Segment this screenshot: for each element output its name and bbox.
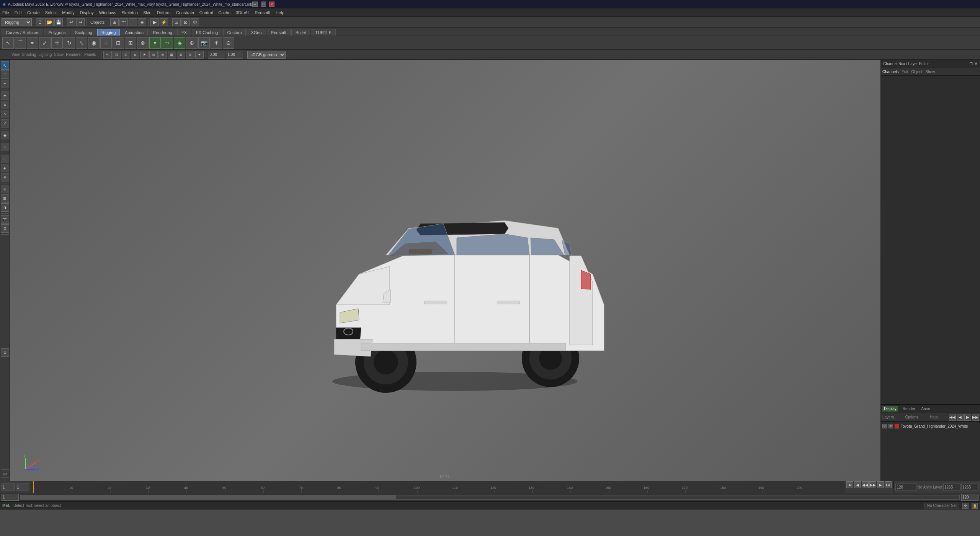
- shelf-icon-cluster[interactable]: ⊗: [137, 37, 149, 49]
- layer-tab-display[interactable]: Display: [882, 406, 898, 412]
- layer-subtab-layers[interactable]: Layers: [882, 415, 894, 419]
- ipr-button[interactable]: ⚡: [160, 18, 168, 26]
- mel-label[interactable]: MEL: [2, 503, 10, 508]
- snap-grid-button[interactable]: ⊞: [110, 18, 119, 26]
- layer-color-swatch[interactable]: [895, 424, 899, 428]
- channel-box-close-button[interactable]: ✕: [974, 61, 978, 66]
- move-tool-button[interactable]: ✛: [1, 92, 9, 100]
- show-manip-button[interactable]: ⊹: [1, 143, 9, 151]
- vp-btn-11[interactable]: ✦: [195, 51, 204, 59]
- vp-btn-10[interactable]: ⊕: [186, 51, 194, 59]
- shelf-icon-locator[interactable]: ⊖: [223, 37, 234, 49]
- shelf-icon-rotate[interactable]: ↻: [64, 37, 75, 49]
- rotate-tool-button[interactable]: ↻: [1, 101, 9, 109]
- vp-btn-9[interactable]: ⊠: [177, 51, 185, 59]
- range-slider[interactable]: [20, 495, 960, 500]
- menu-3dtoall[interactable]: 3DtoAll: [236, 10, 249, 15]
- menu-modify[interactable]: Modify: [62, 10, 74, 15]
- go-to-end-button[interactable]: ⏭: [885, 481, 892, 488]
- camera-near-input[interactable]: [208, 51, 225, 59]
- snap-curve-button[interactable]: 〜: [119, 18, 128, 26]
- render-button[interactable]: ▶: [150, 18, 159, 26]
- layer-playback-toggle[interactable]: P: [889, 424, 893, 428]
- tab-channels[interactable]: Channels: [882, 70, 898, 74]
- lasso-select-button[interactable]: ⌒: [1, 70, 9, 79]
- step-forward-button[interactable]: ▶: [877, 481, 884, 488]
- shelf-tab-animation[interactable]: Animation: [121, 29, 148, 36]
- lighting-menu[interactable]: Lighting: [38, 52, 52, 57]
- shelf-tab-rigging[interactable]: Rigging: [97, 29, 120, 36]
- menu-skin[interactable]: Skin: [143, 10, 151, 15]
- shelf-tab-turtle[interactable]: TURTLE: [311, 29, 336, 36]
- shelf-tab-polygons[interactable]: Polygons: [44, 29, 70, 36]
- menu-control[interactable]: Control: [199, 10, 213, 15]
- grid-btn[interactable]: ⊞: [1, 185, 9, 193]
- save-scene-button[interactable]: 💾: [54, 18, 63, 26]
- paint-select-button[interactable]: ✒: [1, 80, 9, 88]
- settings-button[interactable]: ⚙: [191, 18, 199, 26]
- shelf-icon-constraint[interactable]: ⊕: [186, 37, 198, 49]
- shelf-icon-deform[interactable]: ⊞: [125, 37, 136, 49]
- play-forward-button[interactable]: ▶▶: [869, 481, 876, 488]
- layer-btn-1[interactable]: ◀◀: [949, 414, 956, 421]
- panels-menu[interactable]: Panels: [84, 52, 96, 57]
- menu-cache[interactable]: Cache: [218, 10, 230, 15]
- shading-menu[interactable]: Shading: [22, 52, 36, 57]
- range-end-display-input-2[interactable]: [961, 484, 978, 490]
- menu-windows[interactable]: Windows: [99, 10, 116, 15]
- vp-btn-3[interactable]: ⊞: [122, 51, 130, 59]
- shelf-icon-select[interactable]: ↖: [2, 37, 14, 49]
- sculpt-button[interactable]: ⊡: [1, 155, 9, 163]
- snap-point-button[interactable]: ·: [129, 18, 137, 26]
- menu-edit[interactable]: Edit: [15, 10, 22, 15]
- shelf-icon-transform[interactable]: ⤢: [39, 37, 51, 49]
- channel-box-float-button[interactable]: ⊡: [969, 61, 973, 66]
- play-back-button[interactable]: ◀◀: [862, 481, 869, 488]
- vp-btn-2[interactable]: ⊡: [113, 51, 121, 59]
- shelf-icon-ik[interactable]: ⤳: [162, 37, 173, 49]
- shelf-icon-scale[interactable]: ⤡: [76, 37, 87, 49]
- paint-attr-button[interactable]: ⊕: [1, 173, 9, 181]
- select-tool-button[interactable]: ↖: [1, 61, 9, 70]
- view-settings-button[interactable]: ⚙: [1, 224, 9, 233]
- show-ui-button[interactable]: ⊡: [172, 18, 181, 26]
- vp-btn-6[interactable]: ◎: [149, 51, 158, 59]
- menu-deform[interactable]: Deform: [157, 10, 171, 15]
- layer-subtab-help[interactable]: Help: [930, 415, 938, 419]
- tab-object[interactable]: Object: [911, 70, 923, 74]
- shelf-tab-redshift[interactable]: Redshift: [267, 29, 291, 36]
- shelf-tab-fx-caching[interactable]: FX Caching: [192, 29, 222, 36]
- range-end-display-input[interactable]: [943, 484, 960, 490]
- hide-ui-button[interactable]: ⊠: [181, 18, 190, 26]
- vp-btn-1[interactable]: ↖: [103, 51, 112, 59]
- layer-visibility-toggle[interactable]: V: [882, 424, 887, 428]
- layer-tab-anim[interactable]: Anim: [920, 406, 932, 412]
- menu-display[interactable]: Display: [80, 10, 94, 15]
- menu-select[interactable]: Select: [45, 10, 57, 15]
- shelf-tab-fx[interactable]: FX: [177, 29, 191, 36]
- playback-end-input[interactable]: [961, 494, 978, 501]
- go-to-start-button[interactable]: ⏮: [846, 481, 853, 488]
- viewport[interactable]: X Y Z persp: [10, 60, 880, 481]
- shelf-icon-camera[interactable]: 📷: [198, 37, 210, 49]
- minimize-button[interactable]: ─: [252, 2, 258, 7]
- current-frame-input[interactable]: [16, 484, 29, 490]
- shelf-icon-snap[interactable]: ⊹: [100, 37, 112, 49]
- wireframe-btn[interactable]: ▦: [1, 194, 9, 203]
- shelf-icon-light[interactable]: ☀: [211, 37, 222, 49]
- layer-tab-render[interactable]: Render: [901, 406, 917, 412]
- new-scene-button[interactable]: 🗋: [36, 18, 44, 26]
- soft-select-button[interactable]: ◉: [1, 131, 9, 139]
- maximize-button[interactable]: □: [261, 2, 266, 7]
- tab-show[interactable]: Show: [925, 70, 935, 74]
- vp-btn-5[interactable]: ☀: [140, 51, 149, 59]
- shelf-tab-rendering[interactable]: Rendering: [149, 29, 176, 36]
- mode-selector[interactable]: Rigging Modeling Animation: [2, 18, 32, 26]
- shelf-icon-history[interactable]: ⊡: [113, 37, 124, 49]
- menu-file[interactable]: File: [2, 10, 9, 15]
- tab-edit[interactable]: Edit: [902, 70, 908, 74]
- color-profile-selector[interactable]: sRGB gamma: [247, 51, 286, 59]
- layer-btn-4[interactable]: ▶▶: [972, 414, 979, 421]
- scale-tool-button[interactable]: ⤡: [1, 110, 9, 118]
- timeline-ruler[interactable]: 1 10 20 30 40 50 60 70 80 90 100 110 120: [31, 481, 845, 493]
